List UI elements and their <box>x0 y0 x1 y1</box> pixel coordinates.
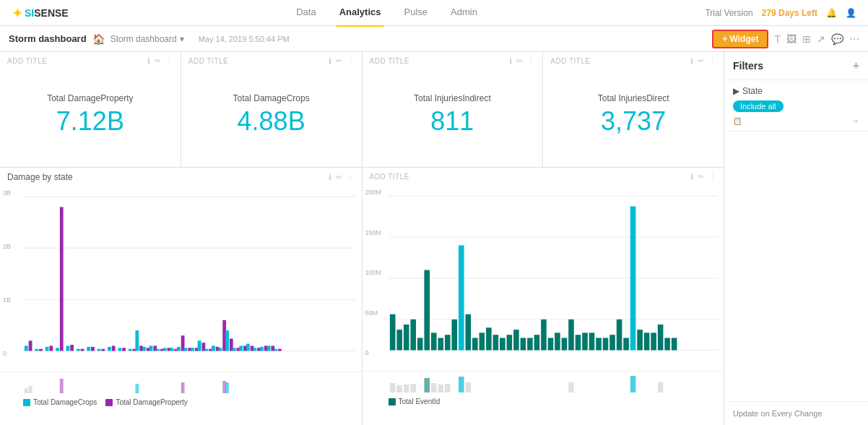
more-icon-2[interactable]: ⋮ <box>347 56 355 66</box>
comment-icon[interactable]: 💬 <box>831 33 843 45</box>
svg-rect-21 <box>112 345 116 351</box>
svg-rect-115 <box>630 206 635 350</box>
edit-icon-4[interactable]: ✏ <box>698 56 704 66</box>
svg-rect-119 <box>657 325 663 351</box>
svg-rect-102 <box>541 319 547 351</box>
svg-rect-32 <box>156 349 160 351</box>
add-filter-icon[interactable]: + <box>853 59 859 72</box>
chart-1-footer: Total DamageCrops Total DamageProperty <box>0 372 362 409</box>
chart-1-title: Damage by state <box>7 172 73 182</box>
svg-rect-60 <box>253 348 257 351</box>
svg-rect-17 <box>91 347 95 351</box>
info-icon-4[interactable]: ℹ <box>690 56 693 66</box>
chart-2-legend: Total EventId <box>389 395 719 408</box>
metric-4-add-title: ADD TITLE <box>550 57 590 65</box>
include-all-tag[interactable]: Include all <box>733 100 784 112</box>
filters-sidebar: Filters + ▶ State Include all 📋 → Update… <box>724 52 868 425</box>
info-icon[interactable]: ℹ <box>147 56 150 66</box>
metric-3-label: Total InjuriesIndirect <box>414 93 491 103</box>
filters-header: Filters + <box>724 52 868 80</box>
more-icon-4[interactable]: ⋮ <box>708 56 716 66</box>
info-icon-3[interactable]: ℹ <box>509 56 512 66</box>
svg-rect-24 <box>129 349 132 351</box>
tab-analytics[interactable]: Analytics <box>337 0 384 27</box>
metric-4-value: 3,737 <box>601 106 666 137</box>
svg-rect-8 <box>45 347 49 351</box>
svg-rect-52 <box>225 330 229 351</box>
svg-rect-28 <box>142 347 146 351</box>
chart-1-svg <box>23 186 356 372</box>
svg-rect-20 <box>108 347 111 351</box>
metric-2-add-title: ADD TITLE <box>188 57 228 65</box>
svg-rect-62 <box>260 347 264 351</box>
tab-data[interactable]: Data <box>293 0 318 27</box>
svg-rect-131 <box>444 384 450 392</box>
table-icon[interactable]: ⊞ <box>802 33 811 45</box>
svg-rect-132 <box>465 382 471 392</box>
edit-icon-c1[interactable]: ✏ <box>336 173 342 182</box>
svg-rect-80 <box>389 314 395 351</box>
more-icon-1[interactable]: ⋮ <box>165 56 173 66</box>
svg-rect-74 <box>225 382 229 393</box>
filter-state-section: ▶ State Include all 📋 → <box>724 80 868 132</box>
user-icon[interactable]: 👤 <box>846 8 856 18</box>
more-icon-c1[interactable]: ⋮ <box>347 173 355 182</box>
edit-icon-3[interactable]: ✏ <box>516 56 523 66</box>
chart-2-add-title: ADD TITLE <box>370 173 409 181</box>
breadcrumb-text: Storm dashboard <box>110 34 177 44</box>
svg-rect-19 <box>101 349 105 351</box>
legend-label-c2: Total EventId <box>399 398 440 405</box>
edit-icon[interactable]: ✏ <box>155 56 161 66</box>
metric-2-value: 4.88B <box>238 106 305 137</box>
svg-rect-58 <box>246 344 250 351</box>
state-section-header[interactable]: ▶ State <box>733 86 859 96</box>
svg-rect-89 <box>451 319 457 351</box>
svg-rect-88 <box>444 335 450 350</box>
svg-rect-14 <box>77 349 80 351</box>
svg-rect-123 <box>396 385 402 392</box>
svg-rect-103 <box>547 338 553 350</box>
edit-icon-2[interactable]: ✏ <box>336 56 342 66</box>
toolbar-right: + Widget T 🖼 ⊞ ↗ 💬 ⋯ <box>712 30 859 48</box>
svg-rect-93 <box>479 332 485 350</box>
chart-2-svg <box>389 186 719 371</box>
svg-rect-48 <box>212 345 215 351</box>
svg-rect-97 <box>506 335 512 350</box>
svg-rect-109 <box>589 332 594 350</box>
share-icon[interactable]: ↗ <box>817 33 825 45</box>
logo: ✦ SISENSE <box>12 4 69 22</box>
chart-1-legend: Total DamageCrops Total DamageProperty <box>23 395 356 409</box>
info-icon-c2[interactable]: ℹ <box>690 172 693 181</box>
more-icon-3[interactable]: ⋮ <box>527 56 535 66</box>
filter-expand-icon[interactable]: → <box>851 116 859 125</box>
image-icon[interactable]: 🖼 <box>786 33 797 45</box>
svg-rect-26 <box>135 330 139 351</box>
tab-admin[interactable]: Admin <box>448 0 480 27</box>
chevron-right-icon: ▶ <box>733 86 739 96</box>
breadcrumb[interactable]: Storm dashboard ▾ <box>110 34 184 44</box>
svg-rect-34 <box>163 348 167 351</box>
days-left: 279 Days Left <box>762 8 817 18</box>
text-icon[interactable]: T <box>774 33 781 45</box>
tab-pulse[interactable]: Pulse <box>401 0 430 27</box>
svg-rect-40 <box>184 348 188 351</box>
svg-rect-70 <box>60 379 64 393</box>
svg-rect-99 <box>520 338 526 350</box>
info-icon-2[interactable]: ℹ <box>329 56 331 66</box>
logo-icon: ✦ <box>12 4 24 22</box>
svg-rect-124 <box>403 385 409 392</box>
more-icon-c2[interactable]: ⋮ <box>708 172 716 181</box>
metric-widget-3: ADD TITLE ℹ ✏ ⋮ Total InjuriesIndirect 8… <box>363 52 544 167</box>
edit-icon-c2[interactable]: ✏ <box>698 172 704 181</box>
filters-footer: Update on Every Change <box>724 401 868 425</box>
add-widget-button[interactable]: + Widget <box>712 30 768 48</box>
svg-rect-11 <box>60 207 64 351</box>
svg-rect-134 <box>657 382 663 392</box>
svg-rect-90 <box>459 245 464 350</box>
info-icon-c1[interactable]: ℹ <box>329 173 331 182</box>
notification-icon[interactable]: 🔔 <box>826 8 837 18</box>
more-icon[interactable]: ⋯ <box>849 33 859 45</box>
svg-rect-18 <box>97 349 101 351</box>
svg-rect-54 <box>233 348 236 351</box>
legend-label-2: Total DamageProperty <box>116 398 188 406</box>
